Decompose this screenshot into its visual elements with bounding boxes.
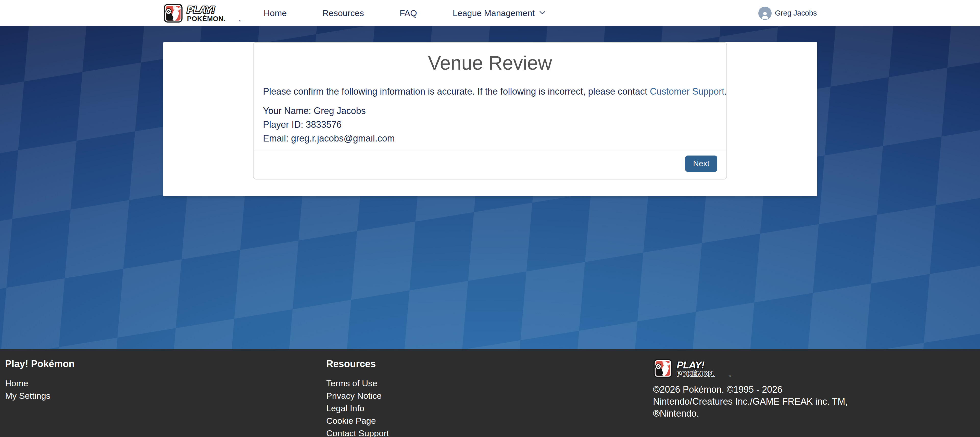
- footer-col-play-pokemon: Play! Pokémon Home My Settings: [0, 359, 326, 437]
- footer-link-privacy-notice[interactable]: Privacy Notice: [326, 389, 653, 402]
- confirm-info-text: Please confirm the following information…: [263, 86, 717, 97]
- footer-heading-play-pokemon: Play! Pokémon: [5, 359, 326, 369]
- venue-review-panel-footer: Next: [253, 150, 727, 179]
- footer-link-terms-of-use[interactable]: Terms of Use: [326, 377, 653, 389]
- copyright-line-1: ©2026 Pokémon. ©1995 - 2026: [653, 383, 980, 396]
- footer-link-cookie-page[interactable]: Cookie Page: [326, 415, 653, 427]
- main-nav: Home Resources FAQ League Management: [264, 8, 545, 18]
- nav-faq[interactable]: FAQ: [400, 8, 417, 18]
- svg-text:POKÉMON.: POKÉMON.: [677, 370, 716, 378]
- player-name-line: Your Name: Greg Jacobs: [263, 106, 717, 116]
- play-pokemon-badge-icon: [163, 3, 183, 23]
- footer-col-legal: PLAY! POKÉMON. ™ ©2026 Pokémon. ©1995 - …: [653, 359, 980, 437]
- play-pokemon-footer-logo: PLAY! POKÉMON. ™: [653, 359, 980, 378]
- footer-link-legal-info[interactable]: Legal Info: [326, 402, 653, 415]
- footer-link-contact-support[interactable]: Contact Support: [326, 427, 653, 437]
- svg-text:™: ™: [729, 375, 731, 378]
- play-pokemon-footer-badge-icon: [653, 359, 673, 378]
- main-content: Venue Review Please confirm the followin…: [0, 26, 980, 349]
- play-pokemon-logo[interactable]: PLAY! POKÉMON. ™: [163, 3, 242, 23]
- footer-heading-resources: Resources: [326, 359, 653, 369]
- nav-league-management[interactable]: League Management: [453, 8, 544, 18]
- nav-resources[interactable]: Resources: [322, 8, 364, 18]
- user-menu[interactable]: Greg Jacobs: [758, 6, 817, 20]
- intro-text-before: Please confirm the following information…: [263, 86, 650, 97]
- page-title: Venue Review: [263, 52, 717, 74]
- chevron-down-icon: [539, 8, 546, 14]
- footer: Play! Pokémon Home My Settings Resources…: [0, 349, 980, 437]
- avatar: [758, 6, 772, 20]
- footer-link-home[interactable]: Home: [5, 377, 326, 389]
- player-email-line: Email: greg.r.jacobs@gmail.com: [263, 133, 717, 144]
- venue-review-card: Venue Review Please confirm the followin…: [163, 42, 817, 196]
- page: PLAY! POKÉMON. ™ Home Resources FAQ Leag…: [0, 0, 980, 437]
- svg-text:PLAY!: PLAY!: [187, 4, 215, 15]
- nav-league-management-label: League Management: [453, 8, 535, 18]
- top-navbar-inner: PLAY! POKÉMON. ™ Home Resources FAQ Leag…: [163, 0, 817, 26]
- footer-link-my-settings[interactable]: My Settings: [5, 389, 326, 402]
- person-icon: [760, 10, 770, 20]
- top-navbar: PLAY! POKÉMON. ™ Home Resources FAQ Leag…: [0, 0, 980, 26]
- svg-text:PLAY!: PLAY!: [677, 359, 705, 370]
- user-name: Greg Jacobs: [775, 9, 817, 17]
- copyright-text: ©2026 Pokémon. ©1995 - 2026 Nintendo/Cre…: [653, 383, 980, 420]
- copyright-line-2: Nintendo/Creatures Inc./GAME FREAK inc. …: [653, 396, 980, 407]
- player-id-line: Player ID: 3833576: [263, 119, 717, 130]
- footer-col-resources: Resources Terms of Use Privacy Notice Le…: [326, 359, 653, 437]
- player-info: Your Name: Greg Jacobs Player ID: 383357…: [263, 106, 717, 144]
- copyright-line-3: ®Nintendo.: [653, 407, 980, 420]
- nav-home[interactable]: Home: [264, 8, 287, 18]
- customer-support-link[interactable]: Customer Support: [650, 86, 724, 97]
- svg-text:POKÉMON.: POKÉMON.: [187, 14, 226, 22]
- play-pokemon-footer-wordmark: PLAY! POKÉMON. ™: [676, 359, 732, 378]
- svg-text:™: ™: [239, 20, 241, 23]
- venue-review-panel: Venue Review Please confirm the followin…: [253, 42, 727, 180]
- venue-review-panel-body: Venue Review Please confirm the followin…: [253, 43, 727, 150]
- play-pokemon-wordmark: PLAY! POKÉMON. ™: [186, 3, 242, 23]
- intro-text-after: .: [724, 86, 727, 97]
- next-button[interactable]: Next: [685, 156, 717, 172]
